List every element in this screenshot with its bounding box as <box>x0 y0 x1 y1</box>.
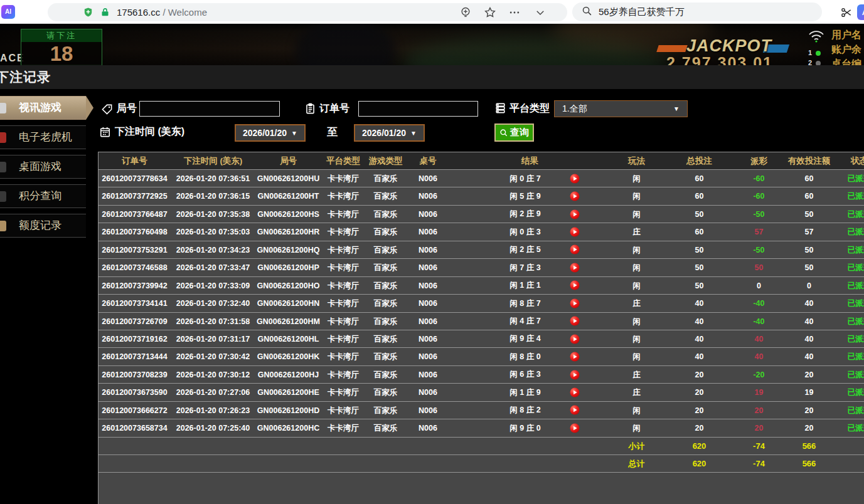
jackpot-value: 2,797,303.01 <box>666 54 773 65</box>
bet-time-cell: 2026-01-20 07:33:09 <box>171 277 255 294</box>
sidebar-item-points[interactable]: 积分查询 <box>0 184 86 208</box>
table-row: 2601200736735902026-01-20 07:27:06GN0062… <box>99 383 864 401</box>
platform-type-select[interactable]: 1.全部 ▼ <box>554 100 688 117</box>
platform-cell: 卡卡湾厅 <box>321 348 365 365</box>
replay-video-icon[interactable] <box>570 370 580 380</box>
table-row: 2601200737341412026-01-20 07:32:40GN0062… <box>99 294 864 312</box>
order-id-cell: 260120073778634 <box>99 170 171 187</box>
valid-bet-cell: 50 <box>782 206 836 223</box>
replay-video-icon[interactable] <box>570 263 580 273</box>
play-type-cell: 庄 <box>610 223 663 240</box>
table-no-cell: N006 <box>406 313 450 330</box>
platform-cell: 卡卡湾厅 <box>321 187 365 204</box>
date-from-select[interactable]: 2026/01/20 ▼ <box>235 124 306 142</box>
more-options-icon[interactable] <box>508 6 521 19</box>
platform-cell: 卡卡湾厅 <box>321 384 365 401</box>
empty-cell <box>450 455 610 472</box>
empty-cell <box>406 438 450 454</box>
table-no-cell: N006 <box>406 366 450 383</box>
table-row: 2601200736662722026-01-20 07:26:23GN0062… <box>99 401 864 419</box>
bet-time-cell: 2026-01-20 07:33:47 <box>171 259 255 276</box>
bet-time-cell: 2026-01-20 07:25:40 <box>171 419 255 436</box>
table-no-cell: N006 <box>406 259 450 276</box>
replay-video-icon[interactable] <box>570 227 580 237</box>
payout-cell: 57 <box>735 223 782 240</box>
shield-plus-icon[interactable] <box>83 7 93 18</box>
round-id-input[interactable] <box>139 101 280 117</box>
round-id-cell: GN006261200HU <box>255 170 321 187</box>
platform-cell: 卡卡湾厅 <box>321 313 365 330</box>
search-icon <box>582 6 592 19</box>
table-no-cell: N006 <box>406 187 450 204</box>
replay-video-icon[interactable] <box>570 191 580 201</box>
sidebar-item-slots[interactable]: 电子老虎机 <box>0 125 86 149</box>
empty-cell <box>171 455 255 472</box>
scissors-icon[interactable] <box>840 6 853 19</box>
valid-bet-cell: 40 <box>782 330 836 347</box>
payout-cell: 20 <box>735 419 782 436</box>
column-header: 局号 <box>255 152 321 169</box>
sidebar-item-video[interactable]: 视讯游戏 <box>0 96 86 120</box>
video-game-icon <box>0 103 6 113</box>
send-page-icon[interactable] <box>459 6 472 19</box>
translate-extension-icon[interactable]: A <box>857 4 864 20</box>
replay-video-icon[interactable] <box>570 387 580 397</box>
valid-bet-cell: 40 <box>782 295 836 312</box>
result-cell: 闲 8 庄 0 <box>450 348 610 365</box>
search-bar[interactable]: 56岁养自己获赞千万 <box>572 3 822 21</box>
sidebar-item-quota[interactable]: 额度记录 <box>0 214 86 238</box>
replay-video-icon[interactable] <box>570 405 580 415</box>
replay-video-icon[interactable] <box>570 174 580 184</box>
countdown-value: 18 <box>21 42 102 65</box>
bookmark-star-icon[interactable] <box>483 6 497 19</box>
valid-bet-cell: 20 <box>782 402 836 419</box>
play-type-cell: 闲 <box>610 206 663 223</box>
order-id-cell: 260120073719162 <box>99 330 171 347</box>
order-id-cell: 260120073766487 <box>99 206 171 223</box>
sidebar: 视讯游戏电子老虎机桌面游戏积分查询额度记录 <box>0 96 86 243</box>
empty-cell <box>406 455 450 472</box>
replay-video-icon[interactable] <box>570 423 580 433</box>
replay-video-icon[interactable] <box>570 280 580 290</box>
play-type-cell: 闲 <box>610 313 663 330</box>
payout-cell: -40 <box>735 295 782 312</box>
game-type-cell: 百家乐 <box>365 223 406 240</box>
replay-video-icon[interactable] <box>570 316 580 326</box>
caret-down-icon: ▼ <box>410 130 417 137</box>
result-text: 闲 9 庄 4 <box>484 330 566 347</box>
page-title: 下注记录 <box>0 65 51 89</box>
sidebar-item-table[interactable]: 桌面游戏 <box>0 155 86 179</box>
game-type-cell: 百家乐 <box>365 241 406 258</box>
result-text: 闲 8 庄 0 <box>484 348 566 365</box>
empty-cell <box>255 438 321 454</box>
table-row: 2601200737532912026-01-20 07:34:23GN0062… <box>99 241 864 258</box>
replay-video-icon[interactable] <box>570 298 580 308</box>
lock-icon[interactable] <box>100 8 110 17</box>
query-button[interactable]: 查询 <box>494 123 534 142</box>
result-cell: 闲 8 庄 7 <box>450 295 610 312</box>
sidebar-item-label: 积分查询 <box>19 190 61 202</box>
total-bet-cell: 20 <box>663 419 735 436</box>
platform-cell: 卡卡湾厅 <box>321 241 365 258</box>
result-cell: 闲 1 庄 9 <box>450 384 610 401</box>
chevron-down-icon[interactable] <box>533 6 547 19</box>
replay-video-icon[interactable] <box>570 334 580 344</box>
replay-video-icon[interactable] <box>570 209 580 219</box>
ai-extension-icon[interactable]: AI <box>1 5 15 19</box>
column-header: 平台类型 <box>321 152 365 169</box>
order-id-input[interactable] <box>358 101 478 117</box>
table-row: 2601200737664872026-01-20 07:35:38GN0062… <box>99 205 864 223</box>
search-query-text: 56岁养自己获赞千万 <box>599 6 685 18</box>
replay-video-icon[interactable] <box>570 244 580 255</box>
payout-sum: -74 <box>735 438 782 454</box>
play-type-cell: 庄 <box>610 295 663 312</box>
date-to-select[interactable]: 2026/01/20 ▼ <box>354 124 425 142</box>
game-type-cell: 百家乐 <box>365 259 406 276</box>
replay-video-icon[interactable] <box>570 352 580 362</box>
result-cell: 闲 0 庄 3 <box>450 223 610 240</box>
payout-cell: -60 <box>735 170 782 187</box>
game-type-cell: 百家乐 <box>365 206 406 223</box>
result-text: 闲 5 庄 9 <box>484 187 566 204</box>
balance-label: 账户余 <box>831 43 861 56</box>
column-header: 结果 <box>450 152 610 169</box>
